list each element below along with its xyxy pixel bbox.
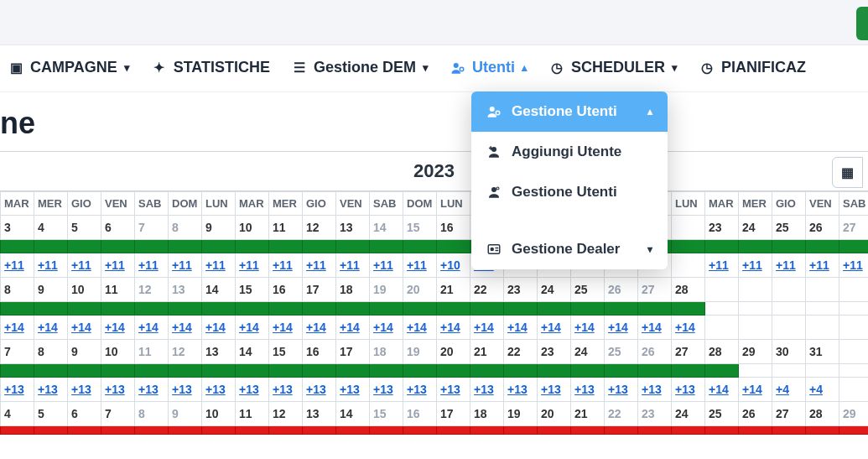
date-cell[interactable]: 12 (135, 278, 169, 302)
date-cell[interactable]: 14 (202, 278, 236, 302)
date-cell[interactable]: 13 (336, 216, 370, 240)
date-cell[interactable]: 13 (303, 402, 336, 426)
expand-cell[interactable]: +13 (68, 378, 101, 402)
expand-link[interactable]: +14 (138, 321, 159, 334)
expand-link[interactable]: +11 (709, 258, 729, 272)
expand-link[interactable]: +13 (4, 383, 24, 396)
date-cell[interactable]: 7 (101, 402, 135, 426)
expand-link[interactable]: +11 (407, 258, 427, 272)
expand-link[interactable]: +13 (407, 383, 427, 396)
expand-link[interactable]: +14 (4, 321, 24, 334)
expand-cell[interactable]: +11 (370, 253, 403, 278)
date-cell[interactable]: 12 (169, 340, 202, 364)
expand-cell[interactable]: +13 (236, 378, 269, 402)
expand-cell[interactable]: +14 (504, 316, 538, 340)
nav-campagne[interactable]: ▣ CAMPAGNE ▾ (8, 59, 130, 76)
expand-cell[interactable]: +13 (638, 378, 672, 402)
date-cell[interactable]: 14 (336, 402, 370, 426)
expand-link[interactable]: +14 (38, 321, 58, 334)
expand-link[interactable]: +13 (507, 383, 528, 396)
expand-link[interactable]: +11 (809, 258, 829, 272)
expand-cell[interactable]: +13 (202, 378, 236, 402)
date-cell[interactable]: 26 (739, 402, 772, 426)
date-cell[interactable]: 8 (1, 278, 34, 302)
date-cell[interactable]: 17 (303, 278, 336, 302)
date-cell[interactable]: 25 (705, 402, 739, 426)
expand-cell[interactable]: +4 (806, 378, 839, 402)
expand-cell[interactable]: +14 (135, 316, 169, 340)
expand-cell[interactable]: +14 (571, 316, 605, 340)
expand-cell[interactable]: +13 (269, 378, 303, 402)
date-cell[interactable]: 11 (101, 278, 135, 302)
date-cell[interactable]: 25 (571, 278, 605, 302)
expand-cell[interactable]: +11 (269, 253, 303, 278)
date-cell[interactable]: 14 (236, 340, 269, 364)
expand-cell[interactable]: +13 (403, 378, 437, 402)
date-cell[interactable]: 21 (437, 278, 470, 302)
dropdown-gestione-utenti[interactable]: Gestione Utenti (471, 172, 668, 212)
date-cell[interactable]: 28 (806, 402, 839, 426)
expand-link[interactable]: +11 (38, 258, 58, 272)
expand-cell[interactable]: +13 (370, 378, 403, 402)
expand-link[interactable]: +11 (239, 258, 259, 272)
expand-link[interactable]: +14 (608, 321, 628, 334)
expand-link[interactable]: +11 (205, 258, 226, 272)
date-cell[interactable]: 10 (236, 216, 269, 240)
expand-cell[interactable]: +14 (672, 316, 705, 340)
date-cell[interactable]: 9 (169, 402, 202, 426)
expand-cell[interactable]: +14 (705, 378, 739, 402)
expand-link[interactable]: +14 (742, 383, 762, 396)
expand-link[interactable]: +11 (742, 258, 762, 272)
expand-cell[interactable]: +13 (605, 378, 638, 402)
expand-link[interactable]: +13 (474, 383, 494, 396)
date-cell[interactable]: 26 (638, 340, 672, 364)
expand-link[interactable]: +11 (71, 258, 91, 272)
date-cell[interactable]: 9 (202, 216, 236, 240)
expand-cell[interactable]: +13 (571, 378, 605, 402)
nav-scheduler[interactable]: ◷ SCHEDULER ▾ (549, 59, 678, 76)
expand-cell[interactable]: +14 (303, 316, 336, 340)
date-cell[interactable]: 17 (437, 402, 470, 426)
expand-cell[interactable]: +14 (336, 316, 370, 340)
dropdown-aggiungi-utente[interactable]: Aggiungi Utente (471, 132, 668, 172)
date-cell[interactable]: 8 (34, 340, 68, 364)
date-cell[interactable]: 21 (470, 340, 504, 364)
expand-cell[interactable]: +11 (135, 253, 169, 278)
date-cell[interactable]: 26 (806, 216, 839, 240)
date-cell[interactable]: 16 (303, 340, 336, 364)
date-cell[interactable]: 4 (1, 402, 34, 426)
expand-link[interactable]: +11 (4, 258, 24, 272)
date-cell[interactable]: 22 (470, 278, 504, 302)
expand-cell[interactable]: +14 (202, 316, 236, 340)
expand-link[interactable]: +14 (675, 321, 695, 334)
date-cell[interactable]: 26 (605, 278, 638, 302)
date-cell[interactable]: 13 (202, 340, 236, 364)
expand-link[interactable]: +11 (340, 258, 360, 272)
expand-link[interactable]: +14 (340, 321, 360, 334)
date-cell[interactable]: 20 (538, 402, 571, 426)
expand-cell[interactable]: +13 (101, 378, 135, 402)
expand-cell[interactable]: +14 (437, 316, 470, 340)
date-cell[interactable]: 8 (169, 216, 202, 240)
date-cell[interactable]: 27 (839, 216, 869, 240)
date-cell[interactable]: 30 (772, 340, 806, 364)
date-cell[interactable]: 22 (605, 402, 638, 426)
date-cell[interactable]: 19 (370, 278, 403, 302)
date-cell[interactable]: 4 (34, 216, 68, 240)
expand-cell[interactable]: +14 (370, 316, 403, 340)
expand-cell[interactable]: +11 (739, 253, 772, 278)
expand-cell[interactable]: +14 (403, 316, 437, 340)
expand-cell[interactable]: +13 (538, 378, 571, 402)
date-cell[interactable]: 16 (269, 278, 303, 302)
expand-cell[interactable]: +14 (538, 316, 571, 340)
date-cell[interactable]: 25 (772, 216, 806, 240)
date-cell[interactable]: 11 (236, 402, 269, 426)
expand-cell[interactable]: +14 (638, 316, 672, 340)
expand-link[interactable]: +11 (105, 258, 125, 272)
expand-link[interactable]: +14 (239, 321, 259, 334)
date-cell[interactable]: 24 (571, 340, 605, 364)
date-cell[interactable]: 10 (101, 340, 135, 364)
expand-link[interactable]: +11 (373, 258, 393, 272)
expand-link[interactable]: +13 (340, 383, 360, 396)
date-cell[interactable]: 22 (504, 340, 538, 364)
